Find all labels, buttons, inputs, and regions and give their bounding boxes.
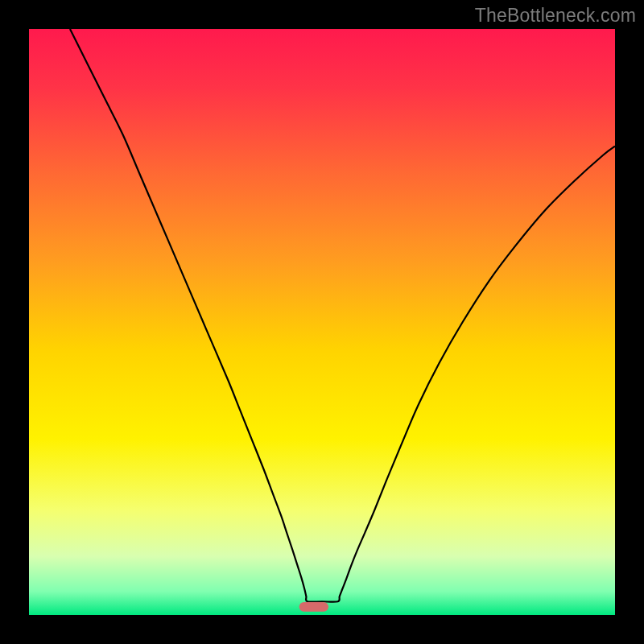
- gradient-background: [29, 29, 615, 615]
- chart-frame: TheBottleneck.com: [0, 0, 644, 644]
- plot-area: [29, 29, 615, 615]
- plot-svg: [29, 29, 615, 615]
- watermark-text: TheBottleneck.com: [475, 5, 636, 27]
- vertex-marker: [299, 602, 328, 612]
